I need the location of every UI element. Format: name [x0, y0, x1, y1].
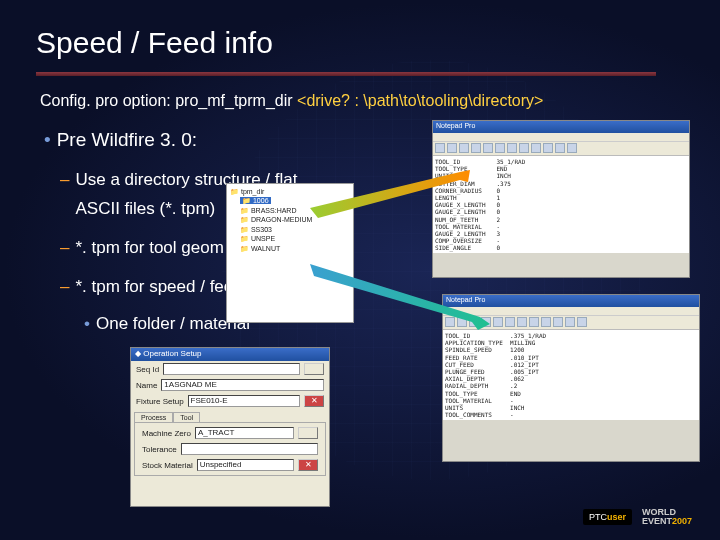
- tree-item: UNSPE: [240, 234, 350, 243]
- titlebar: Notepad Pro: [433, 121, 689, 133]
- file-text: TOOL_ID .375_1/RAD APPLICATION_TYPE MILL…: [445, 332, 697, 418]
- config-path: <drive? : \path\to\tooling\directory>: [297, 92, 543, 109]
- fixture-del[interactable]: ✕: [304, 395, 324, 407]
- footer-logos: PTCuser WORLDEVENT2007: [583, 508, 692, 526]
- label-fixture: Fixture Setup: [136, 397, 184, 406]
- titlebar: Notepad Pro: [443, 295, 699, 307]
- tree-item: SS303: [240, 225, 350, 234]
- mczero-field[interactable]: A_TRACT: [195, 427, 294, 439]
- config-line: Config. pro option: pro_mf_tprm_dir <dri…: [40, 92, 543, 110]
- tol-field[interactable]: [181, 443, 318, 455]
- mczero-btn[interactable]: [298, 427, 318, 439]
- dash-icon: –: [60, 170, 69, 189]
- tree-root: tpm_dir: [230, 187, 350, 196]
- operation-setup-dialog: ◆ Operation Setup Seq Id Name1ASGNAD ME …: [130, 347, 330, 507]
- bullet-icon: •: [84, 314, 90, 333]
- menubar: [443, 307, 699, 316]
- toolbar: [433, 142, 689, 156]
- file-text: TOOL_ID 35_1/RAD TOOL_TYPE END UNITS INC…: [435, 158, 687, 251]
- editor-body: TOOL_ID .375_1/RAD APPLICATION_TYPE MILL…: [443, 330, 699, 420]
- notepad-window-2: Notepad Pro TOOL_ID .375_1/RAD APPLICATI…: [442, 294, 700, 462]
- config-label: Config. pro option: pro_mf_tprm_dir: [40, 92, 293, 109]
- label-seq: Seq Id: [136, 365, 159, 374]
- title-rule: [36, 72, 656, 76]
- stock-field[interactable]: Unspecified: [197, 459, 294, 471]
- directory-tree: tpm_dir 1006 BRASS:HARD DRAGON-MEDIUM SS…: [226, 183, 354, 323]
- seq-button[interactable]: [304, 363, 324, 375]
- toolbar: [443, 316, 699, 330]
- menubar: [433, 133, 689, 142]
- dash-icon: –: [60, 238, 69, 257]
- tree-item: DRAGON-MEDIUM: [240, 215, 350, 224]
- worldevent-logo: WORLDEVENT2007: [642, 508, 692, 526]
- label-tol: Tolerance: [142, 445, 177, 454]
- tree-item: WALNUT: [240, 244, 350, 253]
- label-name: Name: [136, 381, 157, 390]
- bullet-icon: •: [44, 129, 51, 150]
- tree-item: 1006: [240, 196, 350, 205]
- tab-tool[interactable]: Tool: [173, 412, 200, 422]
- ptcuser-logo: PTCuser: [583, 509, 632, 525]
- editor-body: TOOL_ID 35_1/RAD TOOL_TYPE END UNITS INC…: [433, 156, 689, 253]
- seq-field[interactable]: [163, 363, 300, 375]
- slide-title: Speed / Feed info: [36, 26, 273, 60]
- tab-process[interactable]: Process: [134, 412, 173, 422]
- dash-icon: –: [60, 277, 69, 296]
- name-field[interactable]: 1ASGNAD ME: [161, 379, 324, 391]
- label-mczero: Machine Zero: [142, 429, 191, 438]
- fixture-field[interactable]: FSE010-E: [188, 395, 300, 407]
- dialog-title: ◆ Operation Setup: [131, 348, 329, 361]
- tree-item: BRASS:HARD: [240, 206, 350, 215]
- label-stock: Stock Material: [142, 461, 193, 470]
- stock-del[interactable]: ✕: [298, 459, 318, 471]
- notepad-window-1: Notepad Pro TOOL_ID 35_1/RAD TOOL_TYPE E…: [432, 120, 690, 278]
- bullet-s3: *. tpm for speed / feed: [75, 277, 242, 296]
- bullet-main: Pre Wildfire 3. 0:: [57, 129, 197, 150]
- bullet-s2: *. tpm for tool geom: [75, 238, 223, 257]
